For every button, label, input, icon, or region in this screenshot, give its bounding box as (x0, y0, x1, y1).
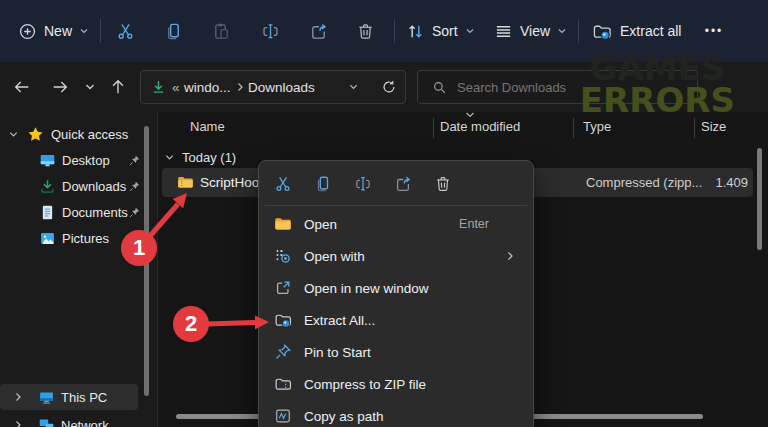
chevron-down-icon (164, 152, 175, 163)
search-input[interactable] (457, 80, 657, 95)
rename-button[interactable] (343, 167, 383, 201)
group-header-today[interactable]: Today (1) (164, 146, 236, 168)
search-box[interactable] (417, 70, 698, 104)
menu-item-pin-to-start[interactable]: Pin to Start (263, 336, 529, 368)
extract-all-icon (592, 22, 613, 41)
toolbar-divider (394, 19, 395, 43)
copy-icon (164, 22, 183, 41)
sort-icon (406, 22, 425, 41)
menu-item-compress-to-zip[interactable]: Compress to ZIP file (263, 368, 529, 400)
open-new-window-icon (274, 279, 292, 297)
new-button[interactable]: New (18, 14, 89, 48)
extract-all-button[interactable]: Extract all (592, 14, 681, 48)
menu-item-label: Extract All... (304, 313, 375, 328)
chevron-down-icon[interactable] (348, 82, 359, 93)
ellipsis-icon: ••• (705, 24, 724, 38)
delete-button[interactable] (423, 167, 463, 201)
menu-divider (265, 205, 527, 206)
breadcrumb-current[interactable]: Downloads (248, 80, 315, 95)
navigation-bar: « windo... Downloads (0, 62, 768, 112)
recent-locations-button[interactable] (78, 73, 102, 101)
forward-button[interactable] (46, 73, 74, 101)
menu-item-label: Open (304, 217, 337, 232)
column-divider[interactable] (433, 118, 434, 138)
breadcrumb-overflow[interactable]: « (172, 80, 180, 95)
menu-item-label: Pin to Start (304, 345, 371, 360)
sidebar-item-downloads[interactable]: Downloads (0, 173, 140, 199)
sidebar-item-pictures[interactable]: Pictures (0, 225, 140, 251)
cut-icon (274, 175, 292, 193)
chevron-down-icon (84, 81, 96, 93)
cut-button[interactable] (105, 14, 145, 48)
copy-as-path-icon (274, 407, 292, 425)
refresh-icon[interactable] (381, 79, 397, 95)
compress-zip-icon (274, 375, 293, 393)
sort-button-label: Sort (432, 23, 458, 39)
column-header-size[interactable]: Size (701, 119, 726, 134)
menu-item-open[interactable]: Open Enter (263, 208, 529, 240)
address-bar[interactable]: « windo... Downloads (140, 70, 406, 104)
file-size: 1.409 (715, 175, 748, 190)
sidebar-item-label: Desktop (62, 153, 110, 168)
sort-button[interactable]: Sort (406, 14, 475, 48)
menu-item-copy-as-path[interactable]: Copy as path (263, 400, 529, 427)
arrow-up-icon (109, 78, 127, 96)
zip-folder-icon (177, 174, 194, 191)
menu-item-open-in-new-window[interactable]: Open in new window (263, 272, 529, 304)
desktop-icon (39, 152, 56, 169)
chevron-right-icon (505, 251, 515, 261)
column-header-date-modified[interactable]: Date modified (440, 119, 520, 134)
cut-button[interactable] (263, 167, 303, 201)
command-bar: New Sort View Extract all ••• (0, 0, 768, 62)
up-button[interactable] (104, 73, 132, 101)
pin-icon (128, 206, 141, 219)
sidebar-item-quick-access[interactable]: Quick access (0, 121, 140, 147)
vertical-scrollbar[interactable] (757, 148, 762, 250)
copy-button[interactable] (153, 14, 193, 48)
plus-circle-icon (18, 22, 37, 41)
sidebar-item-label: Network (61, 418, 109, 427)
copy-button[interactable] (303, 167, 343, 201)
sidebar-item-label: This PC (61, 390, 107, 405)
sidebar-item-label: Pictures (62, 231, 109, 246)
pin-icon (128, 154, 141, 167)
column-header-type[interactable]: Type (583, 119, 611, 134)
rename-icon (354, 175, 372, 193)
copy-icon (314, 175, 332, 193)
sidebar-scrollbar[interactable] (144, 126, 149, 396)
column-divider[interactable] (694, 118, 695, 138)
delete-button[interactable] (345, 14, 385, 48)
toolbar-divider (100, 19, 101, 43)
view-button[interactable]: View (494, 14, 567, 48)
sidebar-item-documents[interactable]: Documents (0, 199, 140, 225)
share-icon (309, 22, 328, 41)
downloads-icon (39, 178, 56, 195)
menu-item-extract-all[interactable]: Extract All... (263, 304, 529, 336)
open-with-icon (274, 247, 292, 265)
extract-all-icon (274, 311, 293, 329)
sidebar: Quick access Desktop Downloads Documents… (0, 112, 158, 427)
context-menu-icon-row (263, 165, 529, 203)
breadcrumb-parent[interactable]: windo... (184, 80, 231, 95)
chevron-down-icon (79, 26, 89, 36)
share-button[interactable] (298, 14, 338, 48)
share-button[interactable] (383, 167, 423, 201)
chevron-right-icon (13, 392, 23, 402)
downloads-location-icon (150, 79, 167, 96)
menu-item-label: Copy as path (304, 409, 384, 424)
menu-shortcut: Enter (459, 217, 489, 231)
more-options-button[interactable]: ••• (698, 14, 730, 48)
arrow-left-icon (13, 78, 31, 96)
trash-icon (434, 175, 452, 193)
this-pc-icon (38, 389, 55, 406)
column-header-name[interactable]: Name (190, 119, 225, 134)
back-button[interactable] (8, 73, 36, 101)
column-divider[interactable] (573, 118, 574, 138)
menu-item-open-with[interactable]: Open with (263, 240, 529, 272)
sidebar-item-network[interactable]: Network (0, 412, 140, 427)
paste-button[interactable] (201, 14, 241, 48)
sidebar-item-desktop[interactable]: Desktop (0, 147, 140, 173)
group-header-label: Today (1) (182, 150, 236, 165)
rename-button[interactable] (250, 14, 290, 48)
sidebar-item-this-pc[interactable]: This PC (0, 384, 138, 410)
